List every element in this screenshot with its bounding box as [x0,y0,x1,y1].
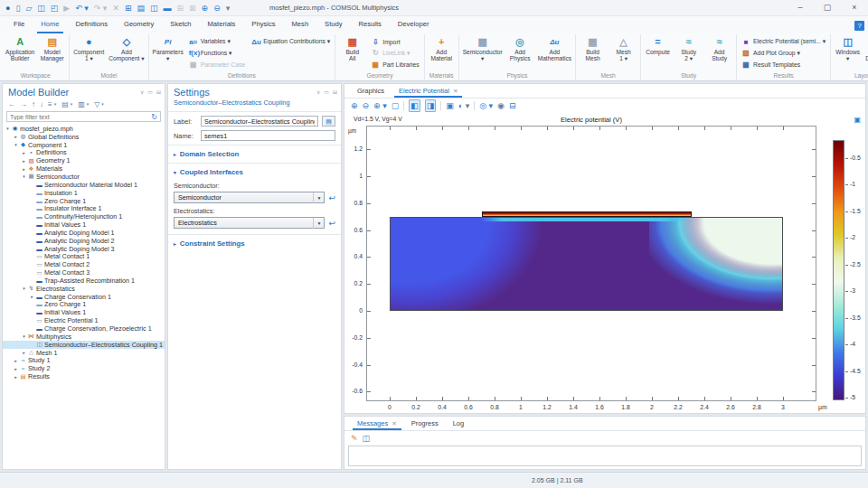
tree-item-semiconductor-electrostatics-coupling-1[interactable]: ◫Semiconductor–Electrostatics Coupling 1 [3,341,165,349]
paste-icon[interactable]: ▤ [137,0,145,16]
tab-electric-potential[interactable]: Electric Potential✕ [392,83,465,98]
compute-button[interactable]: =Compute [643,34,673,56]
tree-item-zero-charge-1[interactable]: ▬Zero Charge 1 [3,301,165,309]
delete-icon[interactable]: ▬ [164,0,172,16]
expand-options-button[interactable]: ▤▼ [61,100,73,108]
add-plot-group-button[interactable]: ▨Add Plot Group ▾ [739,48,828,60]
component-1-button[interactable]: ●Component 1 ▾ [71,34,106,63]
panel-close-icon[interactable]: ⊟ [333,89,337,96]
tree-expander-icon[interactable]: ▸ [21,150,27,155]
zoom-extents-icon[interactable]: ▢ [392,100,400,111]
tree-item-materials[interactable]: ▸❖Materials [3,164,165,173]
tree-item-multiphysics[interactable]: ▾⋈Multiphysics [3,333,165,341]
tab-graphics[interactable]: Graphics [350,83,392,98]
section-constraint-settings[interactable]: ▸ Constraint Settings [168,237,341,250]
close-tab-icon[interactable]: ✕ [392,417,396,430]
back-button[interactable]: ← [8,100,15,108]
snapshot-icon[interactable]: ◉ [497,100,505,111]
menu-tab-results[interactable]: Results [351,16,390,33]
tree-item-metal-contact-2[interactable]: ▭Metal Contact 2 [3,260,165,268]
duplicate-icon[interactable]: ◫ [150,0,158,16]
zoom-selected-icon[interactable]: ⊕ [202,0,209,16]
build-mesh-button[interactable]: ▦Build Mesh [578,34,608,63]
tree-expander-icon[interactable]: ▸ [13,134,19,139]
zoom-box-icon[interactable]: ⊕ ▾ [373,100,387,111]
menu-tab-study[interactable]: Study [316,16,350,33]
tree-expander-icon[interactable]: ▾ [13,142,19,147]
panel-collapse-icon[interactable]: ∨ [316,89,320,96]
show-options-button[interactable]: ≡▼ [48,100,57,108]
tree-item-global-definitions[interactable]: ▸◍Global Definitions [3,133,165,141]
tab-messages[interactable]: Messages✕ [350,416,404,430]
collapse-options-button[interactable]: ▥▼ [78,100,90,108]
split-right-icon[interactable]: ◨ [425,99,437,112]
panel-float-icon[interactable]: ▭ [324,89,329,96]
tree-item-mesh-1[interactable]: ▸△Mesh 1 [3,349,165,357]
refresh-icon[interactable]: ↻ [148,113,160,121]
open-file-icon[interactable]: ▱ [25,0,32,16]
tree-expander-icon[interactable]: ▸ [13,366,19,371]
menu-tab-sketch[interactable]: Sketch [162,16,199,33]
close-tab-icon[interactable]: ✕ [453,84,458,98]
model-manager-button[interactable]: ▤Model Manager [37,34,67,63]
reset-desktop-button[interactable]: ⊡Reset Desktop ▾ [863,34,868,63]
tree-expander-icon[interactable]: ▾ [5,126,11,131]
panel-float-icon[interactable]: ▭ [147,89,153,96]
tree-item-electric-potential-1[interactable]: ▭Electric Potential 1 [3,316,165,324]
tree-item-study-2[interactable]: ▸≈Study 2 [3,364,165,372]
panel-close-icon[interactable]: ⊟ [156,89,161,96]
go-to-source-icon[interactable]: ↩ [328,193,335,202]
name-input[interactable] [201,130,335,141]
tree-expander-icon[interactable]: ▸ [21,350,27,355]
section-coupled-interfaces[interactable]: ▾ Coupled Interfaces [168,165,341,179]
tree-item-trap-assisted-recombination-1[interactable]: ▬Trap-Assisted Recombination 1 [3,277,165,285]
tab-progress[interactable]: Progress [404,416,446,430]
semiconductor-select[interactable]: Semiconductor ▼ [174,192,325,203]
menu-tab-physics[interactable]: Physics [243,16,283,33]
tree-item-initial-values-1[interactable]: ▬Initial Values 1 [3,308,165,316]
tree-expander-icon[interactable]: ▸ [21,166,27,172]
tree-item-study-1[interactable]: ▸≈Study 1 [3,356,165,364]
section-domain-selection[interactable]: ▸ Domain Selection [168,147,341,161]
add-physics-button[interactable]: ◎Add Physics [505,34,535,63]
tree-item-results[interactable]: ▸▤Results [3,372,165,380]
close-button[interactable]: × [841,0,868,16]
menu-tab-definitions[interactable]: Definitions [68,16,116,33]
new-file-icon[interactable]: ▯ [15,0,20,16]
menu-tab-geometry[interactable]: Geometry [116,16,162,33]
import-button[interactable]: ⇩Import [368,36,421,48]
forward-button[interactable]: → [20,100,27,108]
filter-input[interactable] [7,114,148,120]
tree-expander-icon[interactable]: ▾ [21,333,27,339]
electric-potential-plot-button[interactable]: ■Electric Potential (semi... ▾ [739,36,828,48]
tree-item-semiconductor-material-model-1[interactable]: ▬Semiconductor Material Model 1 [3,181,165,189]
zoom-out-icon[interactable]: ⊖ [363,100,370,111]
parameters-button[interactable]: PiParameters ▾ [151,34,185,63]
save-as-icon[interactable]: ◰ [51,0,59,16]
label-input[interactable] [201,116,318,127]
tree-item-semiconductor[interactable]: ▾▦Semiconductor [3,173,165,181]
tree-expander-icon[interactable]: ▾ [21,286,27,291]
tree-item-insulation-1[interactable]: ▬Insulation 1 [3,189,165,197]
tree-item-analytic-doping-model-3[interactable]: ▬Analytic Doping Model 3 [3,245,165,253]
tree-item-charge-conservation-piezoelectric-1[interactable]: ▬Charge Conservation, Piezoelectric 1 [3,324,165,333]
undo-icon[interactable]: ↶ ▾ [75,0,89,16]
print-icon[interactable]: ⊟ [509,100,516,111]
move-up-button[interactable]: ↑ [32,100,35,108]
result-templates-button[interactable]: ▦Result Templates [739,59,828,70]
zoom-all-icon[interactable]: ⊖ [213,0,221,16]
tree-item-initial-values-1[interactable]: ▬Initial Values 1 [3,221,165,229]
go-to-source-icon[interactable]: ↩ [328,219,335,228]
tab-log[interactable]: Log [446,416,472,430]
clear-messages-icon[interactable]: ✎ [351,433,358,444]
menu-tab-materials[interactable]: Materials [200,16,244,33]
tree-item-analytic-doping-model-2[interactable]: ▬Analytic Doping Model 2 [3,237,165,245]
scene-settings-icon[interactable]: ◐ ▾ [458,100,469,111]
equation-contributions-button[interactable]: ΔuEquation Contributions ▾ [249,36,333,48]
study-2-button[interactable]: ≈Study 2 ▾ [674,34,703,63]
add-study-button[interactable]: ≈Add Study [704,34,734,63]
tree-item-component-1[interactable]: ▾◆Component 1 [3,141,165,149]
menu-tab-file[interactable]: File [5,16,33,33]
tree-expander-icon[interactable]: ▸ [13,374,19,380]
zoom-in-icon[interactable]: ⊕ [351,100,358,111]
